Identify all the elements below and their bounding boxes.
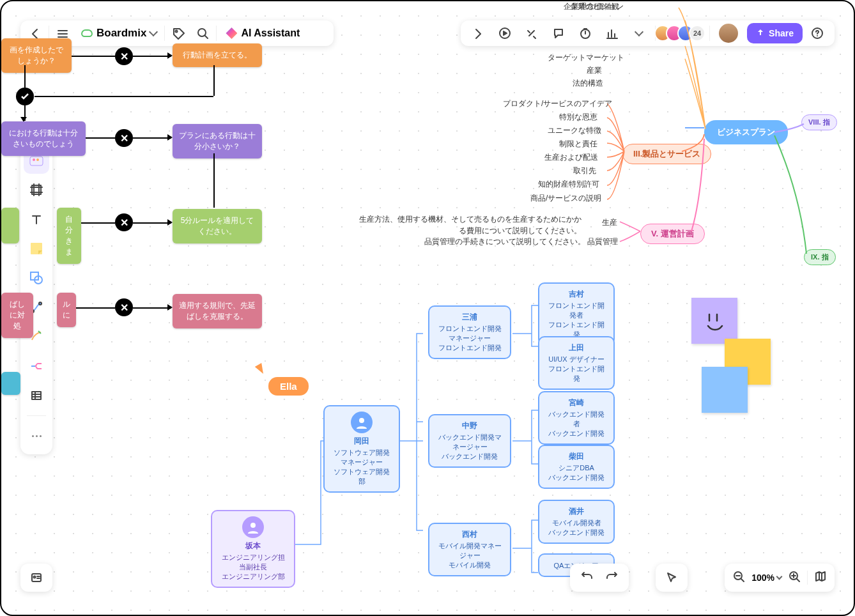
svg-point-0: [176, 31, 178, 33]
tag-button[interactable]: [166, 21, 190, 45]
flow-node[interactable]: [1, 372, 20, 395]
mindmap-root[interactable]: ビジネスプラン: [704, 120, 788, 144]
mindmap-leaf[interactable]: 取引先: [573, 166, 596, 176]
mindmap-leaf[interactable]: 品質管理: [587, 236, 618, 247]
text-icon: [30, 213, 43, 226]
org-card[interactable]: 酒井モバイル開発者バックエンド開発: [538, 500, 615, 544]
more-tools[interactable]: [24, 422, 49, 449]
flow-node[interactable]: [1, 208, 19, 243]
redo-button[interactable]: [606, 570, 619, 585]
sticky-note[interactable]: [691, 298, 737, 344]
flow-node[interactable]: ルに: [57, 293, 76, 327]
mindmap-leaf[interactable]: ユニークな特徴: [548, 125, 601, 136]
mindmap-leaf[interactable]: 産業: [587, 65, 602, 76]
collaborator-avatars[interactable]: 24: [659, 25, 705, 42]
cloud-icon: [81, 29, 93, 37]
zoom-in-icon: [788, 570, 801, 583]
undo-redo-bar: [570, 564, 629, 592]
org-card[interactable]: 西村モバイル開発マネージャーモバイル開発: [428, 523, 511, 576]
check-junction[interactable]: [16, 88, 34, 105]
mindmap-leaf[interactable]: 特別な恩恵: [559, 112, 597, 123]
x-junction[interactable]: ✕: [115, 129, 133, 147]
mindmap-leaf[interactable]: プロダクト/サービスのアイデア: [503, 98, 612, 109]
share-button[interactable]: Share: [747, 23, 803, 43]
org-card[interactable]: 中野バックエンド開発マネージャーバックエンド開発: [428, 414, 511, 468]
svg-rect-5: [30, 157, 43, 166]
ai-assistant-button[interactable]: AI Assistant: [218, 27, 307, 39]
pointer-tool[interactable]: [659, 566, 684, 590]
org-card[interactable]: 宮崎バックエンド開発者バックエンド開発: [538, 391, 615, 445]
cursor-user-name: Ella: [268, 377, 309, 396]
shape-tool[interactable]: [24, 265, 49, 291]
table-icon: [30, 389, 43, 402]
svg-point-7: [36, 158, 39, 161]
play-button[interactable]: [493, 21, 517, 45]
menu-icon: [56, 27, 69, 40]
table-tool[interactable]: [24, 382, 49, 409]
org-card[interactable]: 坂本 エンジニアリング担当副社長エンジニアリング部: [211, 510, 295, 588]
mindmap-branch[interactable]: V. 運営計画: [640, 224, 705, 244]
mindmap-leaf[interactable]: 法的構造: [573, 78, 603, 89]
undo-button[interactable]: [580, 570, 593, 585]
timer-icon: [579, 27, 592, 40]
frame-tool[interactable]: [24, 176, 49, 203]
more-tools-button[interactable]: [627, 21, 651, 45]
flow-node[interactable]: 自分きま: [57, 208, 81, 264]
mindmap-leaf[interactable]: 制限と責任: [559, 139, 597, 150]
zoom-level[interactable]: 100%: [751, 573, 782, 583]
flow-node[interactable]: ばしに対処: [1, 293, 33, 338]
zoom-in-button[interactable]: [788, 570, 801, 585]
flow-node[interactable]: プランにある行動は十分小さいか？: [173, 124, 262, 158]
expand-toolbar-button[interactable]: [466, 21, 490, 45]
org-card[interactable]: 岡田 ソフトウェア開発マネージャーソフトウェア開発部: [323, 405, 400, 493]
x-junction[interactable]: ✕: [115, 298, 133, 316]
avatar: [351, 412, 373, 433]
mindmap-leaf[interactable]: 商品/サービスの説明: [530, 193, 601, 204]
chart-button[interactable]: [600, 21, 624, 45]
chevron-down-icon: [635, 27, 643, 36]
note-tool[interactable]: [24, 235, 49, 262]
org-card[interactable]: 三浦フロントエンド開発マネージャーフロントエンド開発: [428, 305, 511, 359]
comment-button[interactable]: [546, 21, 571, 45]
play-circle-icon: [498, 27, 511, 40]
text-tool[interactable]: [24, 206, 49, 233]
mindmap-leaf[interactable]: 生産: [602, 217, 617, 228]
x-junction[interactable]: ✕: [115, 213, 133, 231]
search-button[interactable]: [190, 21, 215, 45]
sticky-note[interactable]: [702, 367, 748, 413]
mindmap-leaf[interactable]: 知的財産特別許可: [538, 179, 599, 190]
redo-icon: [606, 570, 619, 583]
flow-node[interactable]: 適用する規則で、先延ばしを克服する。: [173, 294, 262, 328]
org-card[interactable]: 柴田シニアDBAバックエンド開発: [538, 445, 615, 489]
mindmap-leaf[interactable]: 企業のビジョン: [570, 1, 624, 12]
doc-title[interactable]: Boardmix: [75, 27, 163, 40]
zoom-bar: 100%: [725, 564, 835, 592]
mindmap-branch[interactable]: III.製品とサービス: [622, 144, 711, 164]
flow-node[interactable]: における行動は十分さいものでしょう: [1, 121, 86, 156]
top-toolbar-right: 24 Share: [461, 20, 835, 46]
svg-rect-14: [32, 392, 41, 399]
mindmap-tool[interactable]: [24, 353, 49, 380]
shape-icon: [29, 271, 43, 285]
fit-view-button[interactable]: [814, 570, 827, 585]
minimap-toggle[interactable]: [20, 564, 52, 592]
flow-node[interactable]: 行動計画を立てる。: [173, 43, 262, 67]
mindmap-desc[interactable]: 生産方法、使用する機材、そして売るものを生産するためにかかる費用について説明して…: [358, 213, 582, 236]
timer-button[interactable]: [573, 21, 597, 45]
org-card[interactable]: 上田UI/UX デザイナーフロントエンド開発: [538, 336, 615, 390]
mindmap-leaf[interactable]: 生産および配送: [544, 152, 598, 163]
chat-icon: [552, 27, 565, 40]
tag-icon: [172, 27, 185, 40]
mindmap-leaf[interactable]: ターゲットマーケット: [548, 52, 624, 63]
flow-node[interactable]: 5分ルールを適用してください。: [173, 209, 262, 243]
mindmap-desc[interactable]: 品質管理の手続きについて説明してください。: [424, 236, 585, 247]
zoom-out-button[interactable]: [732, 570, 745, 585]
map-icon: [814, 570, 827, 583]
mindmap-branch[interactable]: VIII. 指: [801, 114, 837, 130]
mindmap-branch[interactable]: IX. 指: [804, 249, 836, 265]
help-button[interactable]: [805, 21, 829, 45]
sparkle-button[interactable]: [520, 21, 544, 45]
current-user-avatar[interactable]: [719, 24, 738, 43]
flow-node[interactable]: 画を作成したでしょうか？: [1, 38, 72, 73]
x-junction[interactable]: ✕: [115, 47, 133, 65]
